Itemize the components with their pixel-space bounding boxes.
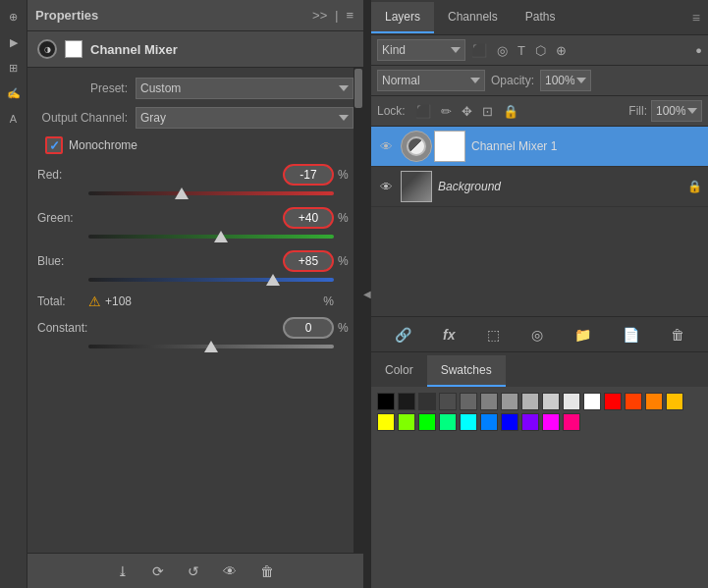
lock-artboard-icon[interactable]: ⊡ [480, 102, 495, 121]
toolbar-icon-refresh[interactable]: ⟳ [148, 560, 168, 583]
tool-icon-1[interactable]: ⊕ [3, 6, 25, 27]
red-thumb[interactable] [175, 187, 189, 199]
swatch-ffbf00[interactable] [666, 393, 683, 410]
layer-name-channel-mixer: Channel Mixer 1 [471, 139, 702, 153]
delete-layer-icon[interactable]: 🗑 [667, 323, 688, 347]
tab-swatches[interactable]: Swatches [427, 355, 506, 387]
tab-channels[interactable]: Channels [434, 2, 512, 33]
lock-pixels-icon[interactable]: ✏ [439, 102, 454, 121]
lock-all-icon[interactable]: 🔒 [501, 102, 520, 121]
swatch-8000ff[interactable] [521, 413, 539, 431]
green-value-box[interactable]: +40 [283, 207, 334, 229]
swatch-b3b3b3[interactable] [521, 393, 539, 410]
tab-color[interactable]: Color [371, 355, 427, 387]
toolbar-icon-reset[interactable]: ↺ [184, 560, 203, 583]
new-adjustment-icon[interactable]: ◎ [527, 323, 547, 347]
swatch-00ff00[interactable] [418, 413, 436, 431]
swatch-ff00ff[interactable] [542, 413, 560, 431]
red-track [88, 191, 334, 195]
swatch-00ff80[interactable] [439, 413, 457, 431]
layer-item-background[interactable]: 👁 Background 🔒 [371, 167, 708, 207]
constant-value-box[interactable]: 0 [283, 317, 334, 339]
swatch-e6e6e6[interactable] [563, 393, 580, 410]
filter-shape-icon[interactable]: ⬡ [533, 41, 548, 60]
fx-icon[interactable]: fx [439, 323, 459, 347]
blend-select[interactable]: Normal [377, 70, 485, 91]
swatch-ffff00[interactable] [377, 413, 395, 431]
scrollbar-vertical[interactable] [354, 68, 363, 553]
swatch-333333[interactable] [418, 393, 436, 410]
swatch-ff0080[interactable] [563, 413, 580, 431]
swatch-000000[interactable] [377, 393, 395, 410]
swatch-ff4000[interactable] [625, 393, 642, 410]
total-label: Total: [37, 294, 88, 308]
layer-thumb-background [401, 171, 432, 202]
constant-slider-section: Constant: 0 % [37, 317, 354, 352]
tab-paths[interactable]: Paths [512, 2, 570, 33]
monochrome-checkbox[interactable]: ✓ [45, 136, 63, 154]
output-channel-select[interactable]: Gray [136, 107, 354, 129]
swatch-ff0000[interactable] [604, 393, 622, 410]
green-slider-row: Green: +40 % [37, 207, 354, 229]
fill-select[interactable]: 100% [651, 100, 702, 122]
filter-smart-icon[interactable]: ⊕ [554, 41, 569, 60]
filter-pixel-icon[interactable]: ⬛ [469, 41, 489, 60]
bottom-toolbar: ⤓ ⟳ ↺ 👁 🗑 [27, 553, 363, 588]
scrollbar-thumb[interactable] [354, 69, 362, 108]
blue-thumb[interactable] [266, 274, 280, 286]
new-layer-mask-icon[interactable]: ⬚ [483, 323, 504, 347]
filter-text-icon[interactable]: T [516, 41, 527, 60]
lock-icons: ⬛ ✏ ✥ ⊡ 🔒 [413, 102, 622, 121]
swatch-666666[interactable] [460, 393, 477, 410]
tab-layers[interactable]: Layers [371, 2, 434, 33]
swatch-00ffff[interactable] [460, 413, 477, 431]
link-icon[interactable]: 🔗 [391, 323, 415, 347]
red-value-box[interactable]: -17 [283, 164, 334, 186]
expand-button[interactable]: >> [310, 6, 329, 25]
lock-transparency-icon[interactable]: ⬛ [413, 102, 433, 121]
tool-icon-3[interactable]: ⊞ [3, 57, 25, 79]
swatch-80ff00[interactable] [398, 413, 415, 431]
blue-value: +85 [299, 254, 318, 268]
toolbar-icon-eye[interactable]: 👁 [219, 560, 241, 583]
checkbox-check-icon: ✓ [49, 138, 60, 153]
swatch-ff8000[interactable] [645, 393, 663, 410]
green-label: Green: [37, 211, 88, 225]
layer-item-channel-mixer[interactable]: 👁 Channel Mixer 1 [371, 127, 708, 167]
constant-label: Constant: [37, 321, 88, 335]
swatch-0080ff[interactable] [480, 413, 498, 431]
blue-value-box[interactable]: +85 [283, 250, 334, 272]
tool-icon-4[interactable]: ✍ [3, 82, 25, 104]
new-group-icon[interactable]: 📁 [571, 323, 595, 347]
layer-name-background: Background [438, 180, 681, 193]
swatch-0000ff[interactable] [501, 413, 518, 431]
fill-label: Fill: [628, 104, 647, 118]
new-layer-icon[interactable]: 📄 [619, 323, 643, 347]
tool-icon-5[interactable]: A [3, 108, 25, 130]
preset-select[interactable]: Custom [136, 78, 354, 99]
swatch-ffffff[interactable] [583, 393, 601, 410]
menu-button[interactable]: ≡ [344, 6, 355, 25]
swatch-808080[interactable] [480, 393, 498, 410]
layer-eye-channel-mixer[interactable]: 👁 [377, 137, 395, 155]
constant-track-container [88, 341, 334, 352]
swatch-4d4d4d[interactable] [439, 393, 457, 410]
layer-eye-background[interactable]: 👁 [377, 178, 395, 195]
opacity-select[interactable]: 100% [540, 70, 591, 91]
filter-adjustment-icon[interactable]: ◎ [495, 41, 510, 60]
kind-select[interactable]: Kind [377, 39, 465, 61]
swatch-1a1a1a[interactable] [398, 393, 415, 410]
green-track-container [88, 231, 334, 242]
constant-value: 0 [305, 321, 312, 335]
green-thumb[interactable] [214, 231, 228, 242]
tool-icon-2[interactable]: ▶ [3, 31, 25, 53]
swatch-999999[interactable] [501, 393, 518, 410]
blue-track [88, 278, 334, 282]
swatch-cccccc[interactable] [542, 393, 560, 410]
constant-thumb[interactable] [204, 341, 218, 352]
lock-row: Lock: ⬛ ✏ ✥ ⊡ 🔒 Fill: 100% [371, 96, 708, 127]
toolbar-icon-delete[interactable]: 🗑 [256, 560, 278, 583]
lock-position-icon[interactable]: ✥ [460, 102, 474, 121]
toolbar-icon-clip[interactable]: ⤓ [113, 560, 133, 583]
panel-close-button[interactable]: ≡ [692, 10, 708, 26]
